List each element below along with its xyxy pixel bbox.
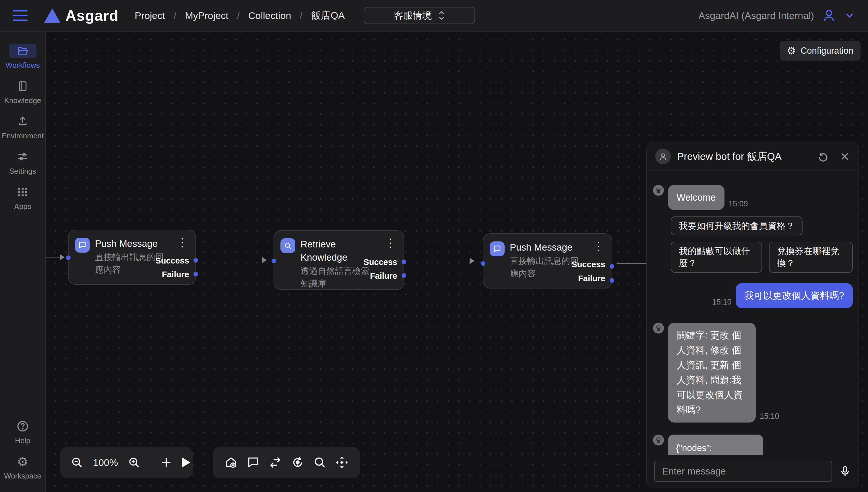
menu-icon[interactable] [13,10,28,21]
bot-message-row: 關鍵字: 更改 個人資料, 修改 個人資訊, 更新 個人資料, 問題:我可以更改… [653,323,853,422]
quick-reply-chip[interactable]: 我的點數可以做什麼？ [671,242,762,273]
chevron-down-icon[interactable] [844,10,855,21]
robot-icon [653,323,664,334]
chat-bubble-icon [490,241,504,256]
sliders-icon [9,150,36,164]
sidebar-item-workspace[interactable]: ⚙ Workspace [4,454,41,481]
connection-arrow-icon [262,257,267,263]
brand-logo[interactable]: Asgard [44,7,119,24]
node-title: Retrieve Knowledge [300,238,367,264]
message-time: 15:10 [712,298,731,308]
scenario-select[interactable]: 客服情境 [364,7,475,24]
fit-view-icon[interactable] [335,456,348,469]
retry-idea-icon[interactable] [291,456,304,469]
node-retrieve-knowledge[interactable]: Retrieve Knowledge 透過自然語言檢索知識庫 ⋮ Success… [274,230,404,290]
breadcrumb-project[interactable]: Project [134,10,165,21]
configuration-label: Configuration [800,46,853,56]
failure-port[interactable] [402,273,406,278]
success-port[interactable] [194,258,198,263]
search-icon[interactable] [313,456,326,469]
sidebar-item-label: Apps [14,202,31,211]
port-label-success: Success [571,260,605,269]
brand-name: Asgard [66,7,119,24]
failure-port[interactable] [610,278,614,283]
bot-json-bubble: {"nodes": [{"similarity":0.6029287,"rawS… [668,435,763,455]
header-account[interactable]: AsgardAI (Asgard Internal) [698,8,855,23]
sidebar-item-environment[interactable]: Environment [2,114,44,140]
node-title: Push Message [95,237,170,250]
port-label-success: Success [364,257,397,267]
breadcrumb-separator: / [237,10,240,21]
help-circle-icon [9,419,36,434]
swap-arrows-icon[interactable] [269,456,282,469]
node-push-message-2[interactable]: Push Message 直接輸出訊息的回應內容 ⋮ Success Failu… [483,233,612,289]
microphone-icon[interactable] [839,465,851,477]
zoom-toolbar: 100% [60,447,193,478]
play-icon[interactable] [182,458,190,467]
sidebar-item-workflows[interactable]: Workflows [5,44,40,70]
kebab-menu-icon[interactable]: ⋮ [176,237,188,248]
breadcrumb: Project / MyProject / Collection / 飯店QA [134,9,345,22]
port-label-success: Success [155,256,189,266]
plus-icon[interactable] [160,456,173,469]
user-message-row: 15:10 我可以更改個人資料嗎? [653,283,853,308]
bot-message-row: Welcome 15:09 [653,185,853,210]
connection-line [407,261,471,261]
chat-messages[interactable]: Welcome 15:09 我要如何升級我的會員資格？ 我的點數可以做什麼？ 兌… [647,172,859,455]
tools-toolbar [213,447,360,478]
breadcrumb-collection[interactable]: Collection [248,10,291,21]
sidebar-item-knowledge[interactable]: Knowledge [4,79,41,105]
bot-bubble: Welcome [668,185,724,210]
sidebar-item-label: Knowledge [4,96,41,105]
port-label-failure: Failure [162,270,189,279]
user-bubble: 我可以更改個人資料嗎? [736,283,853,308]
breadcrumb-separator: / [174,10,176,21]
breadcrumb-myproject[interactable]: MyProject [185,10,228,21]
message-input[interactable] [654,461,832,482]
app-root: Asgard Project / MyProject / Collection … [0,0,868,492]
message-time: 15:10 [760,412,779,422]
input-port[interactable] [66,255,71,260]
node-description: 直接輸出訊息的回應內容 [510,254,581,280]
bot-avatar-icon [655,149,671,164]
kebab-menu-icon[interactable]: ⋮ [385,237,396,249]
zoom-level: 100% [93,457,118,468]
sidebar-item-help[interactable]: Help [9,419,36,445]
sidebar-item-settings[interactable]: Settings [9,150,36,176]
sidebar-item-label: Workspace [4,472,41,481]
input-port[interactable] [481,261,486,266]
input-port[interactable] [272,259,276,263]
comment-icon[interactable] [247,456,260,469]
left-sidebar: Workflows Knowledge Environment [0,31,46,492]
sidebar-item-label: Settings [9,167,36,176]
connection-line [201,260,264,260]
json-line: {"nodes": [676,441,755,455]
configuration-button[interactable]: ⚙ Configuration [779,41,861,60]
zoom-out-icon[interactable] [71,456,83,469]
quick-reply-chip[interactable]: 我要如何升級我的會員資格？ [671,217,802,236]
grid-dots-icon [9,185,36,199]
failure-port[interactable] [194,272,198,276]
zoom-in-icon[interactable] [128,456,140,469]
quick-reply-chip[interactable]: 兌換券在哪裡兌換？ [769,242,853,273]
refresh-icon[interactable] [818,151,829,162]
node-push-message-1[interactable]: Push Message 直接輸出訊息的回應內容 ⋮ Success Failu… [68,230,196,285]
node-title: Push Message [510,241,585,254]
robot-icon [653,435,664,445]
chat-bubble-icon [75,238,90,253]
close-icon[interactable] [840,151,850,162]
breadcrumb-current[interactable]: 飯店QA [311,9,345,22]
success-port[interactable] [610,264,614,269]
top-header: Asgard Project / MyProject / Collection … [0,0,868,31]
sidebar-item-apps[interactable]: Apps [9,185,36,211]
success-port[interactable] [402,260,406,264]
sidebar-item-label: Workflows [5,61,40,70]
kebab-menu-icon[interactable]: ⋮ [593,240,604,252]
add-node-icon[interactable] [224,456,238,469]
port-label-failure: Failure [370,271,397,281]
sidebar-item-label: Environment [2,131,44,140]
select-updown-icon [438,11,445,20]
connection-arrow-icon [60,254,65,260]
quick-reply-row: 我要如何升級我的會員資格？ [671,217,853,236]
quick-reply-row: 我的點數可以做什麼？ 兌換券在哪裡兌換？ [671,242,853,273]
